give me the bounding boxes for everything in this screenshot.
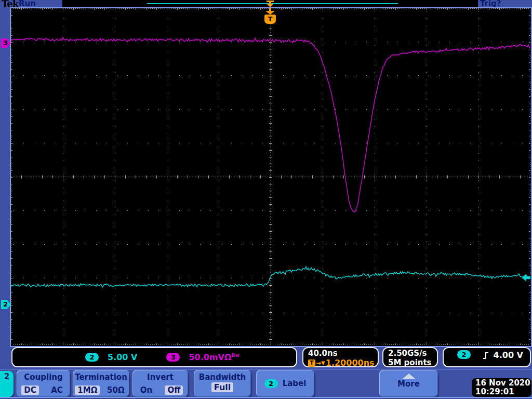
right-arrow-icon: →	[316, 358, 321, 368]
termination-option-50[interactable]: 50Ω	[104, 385, 127, 395]
invert-option-on[interactable]: On	[138, 385, 155, 395]
date-readout: 16 Nov 2020	[475, 379, 531, 388]
trigger-position-flag[interactable]: T	[264, 15, 276, 24]
ch3-bandwidth-flag: Bw	[232, 353, 240, 358]
title-bar: Tek Run Trig?	[0, 0, 532, 7]
timebase-readout: 40.0ns	[308, 349, 378, 358]
ch2-scale-readout: 5.00 V	[108, 352, 137, 362]
trigger-position-readout: T → ▼ 1.20000ns	[308, 358, 378, 368]
more-button[interactable]: More	[379, 370, 438, 397]
up-triangle-icon	[403, 374, 415, 379]
record-length-readout: 5M points	[388, 358, 437, 367]
bandwidth-title: Bandwidth	[194, 373, 251, 382]
ch3-scale-readout: 50.0mVΩBw	[189, 352, 239, 362]
more-title: More	[379, 379, 438, 389]
bottom-edge-line	[0, 397, 532, 398]
termination-option-1m[interactable]: 1MΩ	[75, 385, 100, 395]
invert-title: Invert	[132, 373, 188, 382]
coupling-option-dc[interactable]: DC	[21, 385, 38, 395]
label-channel-badge: 2	[264, 379, 278, 388]
trigger-t-icon: T	[308, 360, 315, 367]
down-triangle-icon: ▼	[321, 358, 325, 368]
coupling-option-ac[interactable]: AC	[48, 385, 65, 395]
coupling-button[interactable]: Coupling DC AC	[17, 370, 70, 397]
trigger-delay-value: 1.20000ns	[326, 358, 375, 368]
trigger-source-badge: 2	[457, 350, 471, 359]
bandwidth-button[interactable]: Bandwidth Full	[194, 370, 251, 397]
invert-button[interactable]: Invert On Off	[132, 370, 188, 397]
rising-edge-icon	[482, 351, 489, 360]
ch2-badge: 2	[85, 353, 99, 362]
trigger-marker-arrow-icon	[265, 11, 275, 15]
acquisition-readout-box: 2.50GS/s 5M points	[382, 347, 438, 367]
waveform-display	[11, 8, 531, 346]
record-view-bar	[62, 0, 478, 7]
bandwidth-value: Full	[211, 382, 234, 392]
datetime-box: 16 Nov 2020 10:29:01	[472, 378, 531, 397]
coupling-title: Coupling	[17, 373, 70, 382]
channel-menu-tab[interactable]: 2	[0, 371, 14, 397]
termination-button[interactable]: Termination 1MΩ 50Ω	[73, 370, 129, 397]
trigger-readout-box: 2 4.00 V	[443, 347, 531, 367]
label-title: Label	[283, 379, 307, 388]
time-readout: 10:29:01	[475, 388, 531, 396]
ch3-badge: 3	[166, 353, 180, 362]
channel-readout-box: 2 5.00 V 3 50.0mVΩBw	[11, 347, 297, 367]
menu-separator	[0, 369, 532, 369]
trigger-level-readout: 4.00 V	[494, 350, 523, 360]
scope-graticule-and-traces	[11, 8, 531, 346]
sample-rate-readout: 2.50GS/s	[388, 349, 437, 358]
invert-option-off[interactable]: Off	[165, 385, 183, 395]
horizontal-readout-box: 40.0ns T → ▼ 1.20000ns	[302, 347, 379, 367]
ch3-impedance: Ω	[224, 352, 232, 362]
label-button[interactable]: 2 Label	[256, 370, 314, 397]
termination-title: Termination	[73, 373, 129, 382]
